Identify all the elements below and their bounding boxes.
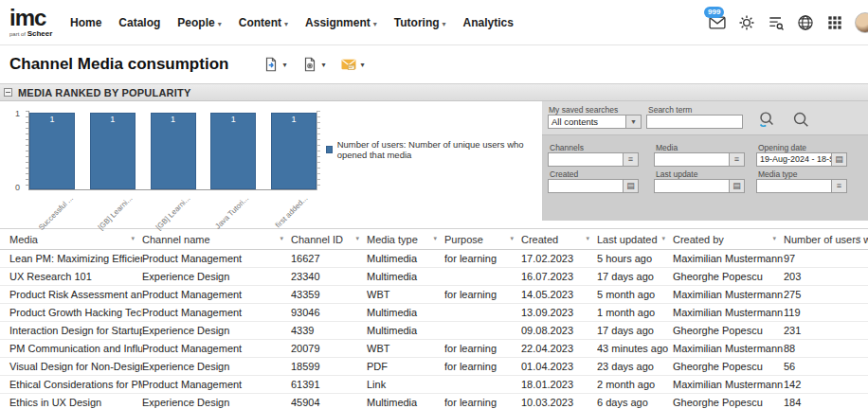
table-row[interactable]: Interaction Design for StartupsExperienc… <box>0 322 868 340</box>
table-cell: Multimedia <box>367 268 444 286</box>
last-update-input[interactable] <box>654 179 730 193</box>
nav-item-assignment[interactable]: Assignment▾ <box>305 16 377 29</box>
column-header-channel-id[interactable]: Channel ID▾ <box>291 229 367 250</box>
chevron-down-icon: ▾ <box>443 20 446 28</box>
column-header-media[interactable]: Media▾ <box>0 229 142 250</box>
column-filter-caret-icon[interactable]: ▾ <box>772 235 776 242</box>
column-header-purpose[interactable]: Purpose▾ <box>444 229 521 250</box>
table-row[interactable]: PM Communication and InfluenceProduct Ma… <box>0 340 868 358</box>
chevron-down-icon: ▾ <box>282 61 286 69</box>
list-icon[interactable]: ≡ <box>832 179 847 193</box>
table-row[interactable]: Lean PM: Maximizing EfficiencyProduct Ma… <box>0 250 868 268</box>
table-row[interactable]: Product Risk Assessment and Mit...Produc… <box>0 286 868 304</box>
table-cell <box>444 322 521 340</box>
messages-mail-icon[interactable]: 999 <box>708 13 727 32</box>
column-filter-caret-icon[interactable]: ▾ <box>661 235 665 242</box>
nav-item-people[interactable]: People▾ <box>177 16 221 29</box>
column-filter-caret-icon[interactable]: ▾ <box>586 235 589 242</box>
column-header-number-of-users-who-ope[interactable]: Number of users who ope▾ <box>784 229 868 250</box>
column-header-media-type[interactable]: Media type▾ <box>367 229 444 250</box>
table-cell: 88 <box>784 340 868 358</box>
table-cell: Ethical Considerations for PMs <box>0 376 142 394</box>
table-cell: Ethics in UX Design <box>0 394 142 409</box>
bar-4[interactable]: 1 <box>271 113 316 189</box>
x-tick-label-slot: [GB] Learni... <box>88 192 141 219</box>
column-filter-caret-icon[interactable]: ▾ <box>857 235 860 242</box>
column-header-label: Channel ID <box>291 234 343 245</box>
table-cell: 5 hours ago <box>597 250 673 268</box>
report-settings-button[interactable]: ▾ <box>301 56 325 73</box>
bar-1[interactable]: 1 <box>90 113 136 189</box>
nav-item-tutoring[interactable]: Tutoring▾ <box>394 16 446 29</box>
column-header-channel-name[interactable]: Channel name▾ <box>142 229 291 250</box>
x-tick-label: first added... <box>274 194 309 229</box>
column-header-created-by[interactable]: Created by▾ <box>673 229 784 250</box>
media-table-wrap: Media▾Channel name▾Channel ID▾Media type… <box>0 228 868 409</box>
column-filter-caret-icon[interactable]: ▾ <box>510 235 514 242</box>
search-list-icon[interactable] <box>767 13 786 32</box>
table-cell: Maximilian Mustermann <box>673 376 784 394</box>
table-row[interactable]: Ethical Considerations for PMsProduct Ma… <box>0 376 868 394</box>
channels-input[interactable] <box>548 152 624 167</box>
export-document-button[interactable]: ▾ <box>262 56 286 73</box>
table-cell: 231 <box>784 322 868 340</box>
column-header-last-updated[interactable]: Last updated▾ <box>597 229 673 250</box>
chevron-down-icon: ▼ <box>625 115 642 129</box>
nav-item-home[interactable]: Home <box>70 16 101 29</box>
column-filter-caret-icon[interactable]: ▾ <box>131 235 135 242</box>
media-type-input[interactable] <box>756 179 832 193</box>
media-input[interactable] <box>654 152 730 167</box>
table-cell: 17 days ago <box>597 322 673 340</box>
table-row[interactable]: Visual Design for Non-DesignersExperienc… <box>0 358 868 376</box>
search-term-input[interactable] <box>646 115 743 129</box>
table-cell: 5 month ago <box>597 286 673 304</box>
opening-date-input[interactable]: 19-Aug-2024 - 18-Sep-20 <box>756 152 832 167</box>
bar-3[interactable]: 1 <box>210 113 256 189</box>
nav-item-analytics[interactable]: Analytics <box>463 16 514 29</box>
settings-gear-icon[interactable] <box>737 13 756 32</box>
y-axis-max-label: 1 <box>15 109 20 118</box>
content-panels: 1 0 11111 Successful ...[GB] Learni...[G… <box>0 101 868 221</box>
nav-item-catalog[interactable]: Catalog <box>118 16 160 29</box>
table-cell: Experience Design <box>142 358 291 376</box>
globe-language-icon[interactable] <box>796 13 815 32</box>
table-cell: 17 days ago <box>597 268 673 286</box>
table-cell: 97 <box>784 250 868 268</box>
list-icon[interactable]: ≡ <box>730 152 745 167</box>
created-input[interactable] <box>548 179 624 193</box>
nav-item-content[interactable]: Content▾ <box>239 16 288 29</box>
table-cell: 275 <box>784 286 868 304</box>
table-row[interactable]: Product Growth Hacking Techniq...Product… <box>0 304 868 322</box>
table-cell: 1 month ago <box>597 304 673 322</box>
saved-searches-select[interactable]: All contents ▼ <box>548 115 642 129</box>
x-tick-label: [GB] Learni... <box>154 194 192 232</box>
send-mail-button[interactable]: ▾ <box>340 56 364 73</box>
column-header-created[interactable]: Created▾ <box>521 229 597 250</box>
chart-legend: Number of users: Number of unique users … <box>326 139 540 160</box>
calendar-icon[interactable]: ▤ <box>832 152 847 167</box>
calendar-icon[interactable]: ▤ <box>730 179 745 193</box>
table-cell: 93046 <box>291 304 367 322</box>
table-row[interactable]: Ethics in UX DesignExperience Design4590… <box>0 394 868 409</box>
x-tick-label-slot: first added... <box>263 192 316 219</box>
search-icon[interactable] <box>790 109 811 130</box>
bar-2[interactable]: 1 <box>151 113 196 189</box>
table-cell: 61391 <box>291 376 367 394</box>
calendar-icon[interactable]: ▤ <box>624 179 639 193</box>
table-cell: Multimedia <box>367 394 444 409</box>
table-cell: Maximilian Mustermann <box>673 250 784 268</box>
column-filter-caret-icon[interactable]: ▾ <box>280 235 283 242</box>
search-refresh-icon[interactable] <box>756 109 777 130</box>
user-avatar[interactable] <box>855 12 868 33</box>
imc-logo[interactable]: imc part of Scheer <box>0 7 63 38</box>
table-cell: PDF <box>367 358 444 376</box>
table-row[interactable]: UX Research 101Experience Design23340Mul… <box>0 268 868 286</box>
list-icon[interactable]: ≡ <box>624 152 639 167</box>
table-cell: 142 <box>784 376 868 394</box>
column-filter-caret-icon[interactable]: ▾ <box>433 235 437 242</box>
bar-value-label: 1 <box>152 115 195 124</box>
app-grid-icon[interactable] <box>825 13 844 32</box>
column-filter-caret-icon[interactable]: ▾ <box>355 235 359 242</box>
bar-0[interactable]: 1 <box>29 113 75 189</box>
collapse-section-icon[interactable] <box>4 88 12 97</box>
